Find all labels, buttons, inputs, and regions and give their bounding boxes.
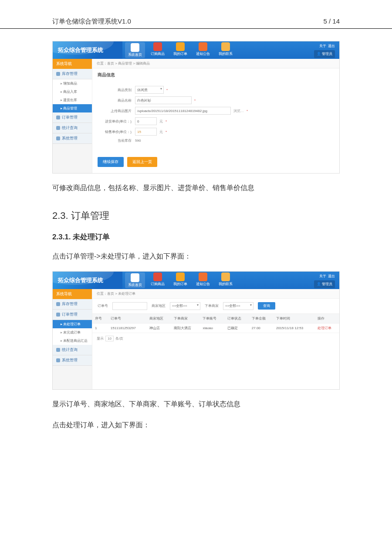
user-badge[interactable]: 👤 管理员 [314,50,335,58]
user-badge[interactable]: 👤 管理员 [314,280,335,288]
topnav-contact[interactable]: 我的联系 [216,42,236,58]
pager-unit-label: 条/页 [115,336,123,341]
topnav-home[interactable]: 系统首页 [125,272,145,288]
col-ops: 操作 [315,314,339,323]
user-badge-label: 管理员 [322,52,332,56]
col-index: 序号 [92,314,108,323]
sidebar-group-stats[interactable]: 统计查询 [53,345,92,355]
paragraph: 点击处理订单，进入如下界面： [0,419,392,432]
topnav-notice[interactable]: 通知公告 [193,42,213,58]
select-type-value: 休闲类 [137,88,148,92]
sidebar-item-stock-in[interactable]: 商品入库 [53,88,92,96]
input-name[interactable]: 白色衬衫 [135,96,192,104]
about-link[interactable]: 关于 [319,274,326,278]
select-type[interactable]: 休闲类 [135,86,164,94]
sidebar-group-label: 系统管理 [62,358,78,363]
brand-text: 拓众综合管理系统 [53,276,103,284]
input-in-price[interactable]: 0 [135,117,157,125]
paragraph: 显示订单号、商家地区、下单商家、下单账号、订单状态信息 [0,398,392,411]
sidebar-item-undelivered-summary[interactable]: 未配送商品汇总 [53,337,92,345]
sidebar-item-pending-orders[interactable]: 未处理订单 [53,320,92,328]
query-button[interactable]: 查询 [258,302,275,310]
sidebar-item-product-manage[interactable]: 商品管理 [53,104,92,112]
filter-select-merchant[interactable]: ==全部== [223,302,253,310]
input-image-path[interactable]: /uploads/201511/18/20151118124819482.jpg [135,107,231,115]
topnav-orders[interactable]: 我的订单 [170,272,190,288]
cell-index: 1 [92,323,108,333]
back-button[interactable]: 返回上一页 [127,157,157,167]
sidebar-group-stats[interactable]: 统计查询 [53,123,92,133]
megaphone-icon [199,272,207,281]
col-orderno: 订单号 [108,314,147,323]
table-row: 1 1511181253297 神山店 南阳大酒店 xiaoao 已确定 27.… [92,323,339,333]
filter-label-merchant: 下单商家 [205,303,219,308]
required-icon: * [166,130,167,134]
sidebar-item-unfinished-orders[interactable]: 未完成订单 [53,328,92,337]
sidebar-group-stock[interactable]: 库存管理 [53,69,92,79]
col-status: 订单状态 [225,314,249,323]
filter-input-orderno[interactable] [112,302,147,310]
input-name-value: 白色衬衫 [137,98,151,103]
home-icon [131,273,139,282]
breadcrumb: 位置：首页 > 商品管理 > 编辑商品 [92,59,339,68]
topnav-shop[interactable]: 订购商品 [148,42,168,58]
sidebar-title: 系统导航 [53,289,92,299]
col-merchant: 下单商家 [171,314,200,323]
paragraph: 可修改商品信息，包括名称、显示图片、进货单价、销售单价信息 [0,181,392,194]
user-area: 关于 退出 👤 管理员 [314,273,335,288]
topnav-contact[interactable]: 我的联系 [216,272,236,288]
topnav-home[interactable]: 系统首页 [125,42,145,58]
screenshot-pending-orders: 拓众综合管理系统 系统首页 订购商品 我的订单 通知公告 我的联系 关于 退出 … [52,271,340,390]
sidebar-group-label: 库存管理 [62,71,78,77]
filter-label-orderno: 订单号 [98,303,108,308]
user-icon: 👤 [317,52,321,56]
value-stock: 590 [135,139,141,143]
sidebar-group-order[interactable]: 订单管理 [53,112,92,123]
sidebar-item-add-product[interactable]: 增加商品 [53,79,92,88]
about-link[interactable]: 关于 [319,44,326,48]
sidebar: 系统导航 库存管理 订单管理 未处理订单 未完成订单 未配送商品汇总 统计查询 … [53,289,92,389]
filter-select-region[interactable]: ==全部== [170,302,200,310]
sidebar-group-system[interactable]: 系统管理 [53,355,92,366]
sidebar-group-label: 统计查询 [62,347,78,353]
topnav-shop[interactable]: 订购商品 [148,272,168,288]
sidebar-group-stock[interactable]: 库存管理 [53,299,92,310]
label-name: 商品名称 [98,98,135,103]
brand-area: 拓众综合管理系统 [53,41,122,59]
required-icon: * [194,99,196,102]
doc-title: 订单仓储综合管理系统V1.0 [52,17,131,26]
product-form: 商品类别休闲类* 商品名称白色衬衫* 上传商品图片/uploads/201511… [92,82,339,151]
user-area: 关于 退出 👤 管理员 [314,43,335,58]
filter-select-merchant-value: ==全部== [225,303,240,308]
logout-link[interactable]: 退出 [328,274,335,278]
brand-text: 拓众综合管理系统 [53,46,103,54]
sidebar-group-system[interactable]: 系统管理 [53,133,92,144]
browse-button[interactable]: 浏览… [233,109,244,113]
contact-icon [221,42,230,51]
col-account: 下单账号 [200,314,224,323]
label-stock: 当前库存 [98,138,135,143]
heading-3: 2.3.1. 未处理订单 [0,232,392,242]
unit-out: 元 [159,129,163,134]
input-out-price[interactable]: 15 [135,128,157,136]
sidebar-group-label: 统计查询 [62,125,78,131]
sidebar-item-return-out[interactable]: 退货出库 [53,96,92,104]
doc-page-number: 5 / 14 [323,17,340,26]
pager-size-select[interactable]: 10 [105,336,114,341]
panel-title: 商品信息 [92,68,339,82]
brand-area: 拓众综合管理系统 [53,272,122,289]
topnav-orders[interactable]: 我的订单 [170,42,190,58]
label-type: 商品类别 [98,88,135,92]
home-icon [131,43,139,52]
topnav-notice[interactable]: 通知公告 [193,272,213,288]
filter-select-region-value: ==全部== [172,303,187,308]
input-in-price-value: 0 [137,119,139,123]
logout-link[interactable]: 退出 [328,44,335,48]
top-nav: 系统首页 订购商品 我的订单 通知公告 我的联系 [122,42,236,58]
save-button[interactable]: 继续保存 [98,157,124,167]
top-nav: 系统首页 订购商品 我的订单 通知公告 我的联系 [122,272,236,288]
sidebar-group-order[interactable]: 订单管理 [53,310,92,320]
user-icon: 👤 [317,282,321,286]
breadcrumb: 位置：首页 > 未处理订单 [92,289,339,299]
process-order-link[interactable]: 处理订单 [318,326,331,330]
